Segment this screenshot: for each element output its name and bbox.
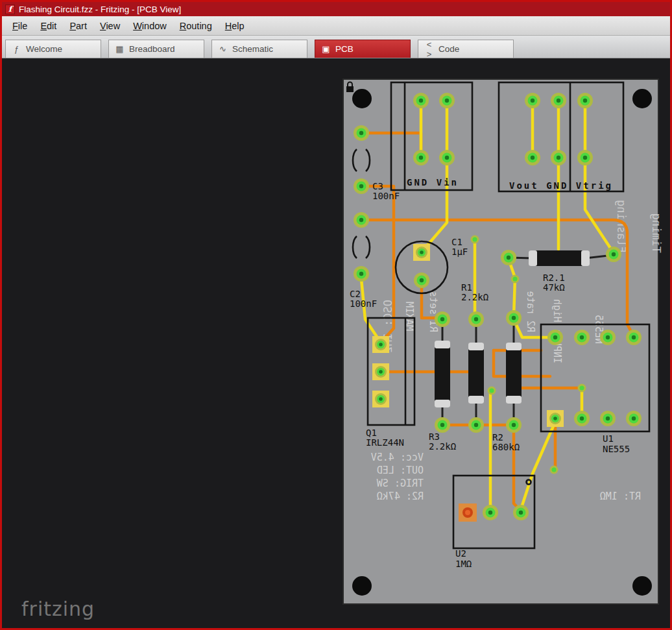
tab-schematic[interactable]: ∿ Schematic — [211, 40, 307, 58]
waveform-icon: ∿ — [218, 44, 228, 54]
pad[interactable] — [439, 93, 455, 108]
tab-welcome[interactable]: ƒ Welcome — [5, 40, 101, 58]
tab-label: Schematic — [232, 44, 273, 54]
pad[interactable] — [483, 505, 498, 520]
code-brackets-icon: < > — [424, 40, 434, 59]
pad[interactable] — [577, 150, 593, 165]
label-header-right[interactable]: Vout GND Vtrig — [509, 180, 613, 191]
label-r2-value[interactable]: 680kΩ — [492, 442, 520, 452]
pad[interactable] — [525, 93, 540, 108]
via[interactable] — [488, 387, 496, 395]
mounting-hole — [632, 89, 652, 108]
label-u1-ref[interactable]: U1 — [603, 433, 614, 444]
pad[interactable] — [551, 150, 566, 165]
pad[interactable] — [606, 247, 621, 262]
via[interactable] — [550, 466, 558, 474]
menu-file[interactable]: File — [6, 18, 34, 34]
pad[interactable] — [600, 411, 616, 426]
silk-text: R2 rate — [525, 291, 536, 332]
pad[interactable] — [354, 125, 369, 141]
label-c1-ref[interactable]: C1 — [451, 237, 462, 247]
silk-text: RT: 1MΩ — [600, 491, 641, 502]
pad[interactable] — [513, 505, 529, 520]
silk-text: R2: 47kΩ — [377, 491, 424, 502]
pad[interactable] — [468, 311, 484, 327]
tab-label: PCB — [335, 44, 354, 54]
pad[interactable] — [413, 93, 429, 108]
pad[interactable] — [354, 266, 369, 282]
label-q1-ref[interactable]: Q1 — [366, 428, 377, 438]
silk-text: OUT: LED — [377, 465, 424, 476]
pad[interactable] — [506, 310, 522, 326]
pad[interactable] — [439, 150, 455, 165]
silk-text: Timing — [650, 213, 663, 253]
label-c3-value[interactable]: 100nF — [372, 191, 400, 201]
via[interactable] — [578, 384, 586, 393]
label-header-left[interactable]: GND Vin — [407, 177, 459, 188]
label-u1-value[interactable]: NE555 — [603, 444, 630, 454]
pad[interactable] — [551, 93, 566, 108]
pad[interactable] — [354, 178, 369, 194]
label-u2-ref[interactable]: U2 — [455, 548, 466, 559]
window-title: Flashing Circuit.fzz - Fritzing - [PCB V… — [19, 5, 181, 14]
fritzing-app-icon: f — [5, 5, 15, 14]
menu-help[interactable]: Help — [219, 18, 251, 34]
pad[interactable] — [577, 93, 593, 108]
square-pad[interactable] — [372, 391, 389, 407]
tab-label: Welcome — [26, 44, 62, 54]
label-r3-value[interactable]: 2.2kΩ — [429, 441, 456, 452]
tab-code[interactable]: < > Code — [418, 40, 514, 58]
pad[interactable] — [626, 411, 642, 426]
label-r2-1-ref[interactable]: R2.1 — [543, 273, 565, 283]
square-pad[interactable] — [372, 363, 389, 380]
fritzing-watermark: fritzing — [21, 598, 95, 620]
menu-routing[interactable]: Routing — [173, 18, 219, 34]
label-u2-value[interactable]: 1MΩ — [455, 559, 472, 569]
menu-view[interactable]: View — [93, 18, 126, 34]
label-c2-ref[interactable]: C2 — [350, 289, 361, 299]
pad[interactable] — [354, 212, 369, 228]
tab-pcb[interactable]: ▣ PCB — [315, 40, 411, 58]
pad[interactable] — [600, 330, 616, 345]
pad[interactable] — [414, 273, 429, 288]
pad[interactable] — [413, 150, 429, 165]
pad[interactable] — [501, 250, 516, 265]
menu-bar: File Edit Part View Window Routing Help — [2, 16, 670, 36]
label-q1-value[interactable]: IRLZ44N — [366, 437, 404, 448]
tab-label: Code — [438, 44, 459, 54]
pad[interactable] — [574, 330, 590, 345]
app-window: f Flashing Circuit.fzz - Fritzing - [PCB… — [0, 0, 672, 630]
square-pad[interactable] — [372, 336, 389, 353]
label-r3-ref[interactable]: R3 — [429, 431, 440, 442]
menu-window[interactable]: Window — [126, 18, 173, 34]
label-r1-ref[interactable]: R1 — [461, 282, 472, 293]
pad[interactable] — [506, 417, 522, 433]
label-c1-value[interactable]: 1μF — [451, 247, 468, 257]
pad[interactable] — [435, 417, 450, 433]
via[interactable] — [511, 275, 520, 284]
pcb-canvas[interactable]: OSC: 1Hz MAXIM R1 sets R2 rate INPUT: Hi… — [2, 58, 670, 628]
label-c3-ref[interactable]: C3 — [372, 181, 383, 191]
pad[interactable] — [468, 417, 484, 433]
trimmer-pad[interactable] — [459, 503, 477, 522]
label-r1-value[interactable]: 2.2kΩ — [461, 292, 488, 302]
mounting-hole — [632, 576, 652, 596]
label-r2-ref[interactable]: R2 — [492, 432, 503, 442]
pcb-drawing[interactable]: OSC: 1Hz MAXIM R1 sets R2 rate INPUT: Hi… — [2, 58, 670, 628]
pad[interactable] — [547, 330, 563, 345]
square-pad[interactable] — [413, 244, 430, 261]
menu-part[interactable]: Part — [63, 18, 93, 34]
tab-breadboard[interactable]: ▦ Breadboard — [108, 40, 204, 58]
pad[interactable] — [435, 311, 450, 327]
pad[interactable] — [626, 330, 642, 345]
pad[interactable] — [525, 150, 540, 165]
title-bar: f Flashing Circuit.fzz - Fritzing - [PCB… — [2, 2, 670, 16]
square-pad[interactable] — [547, 410, 564, 427]
menu-edit[interactable]: Edit — [34, 18, 63, 34]
mounting-hole — [352, 89, 372, 108]
label-r2-1-value[interactable]: 47kΩ — [543, 282, 565, 293]
via[interactable] — [471, 236, 479, 244]
pad[interactable] — [574, 411, 590, 426]
view-tab-bar: ƒ Welcome ▦ Breadboard ∿ Schematic ▣ PCB… — [2, 36, 670, 58]
label-c2-value[interactable]: 100nF — [350, 298, 377, 309]
